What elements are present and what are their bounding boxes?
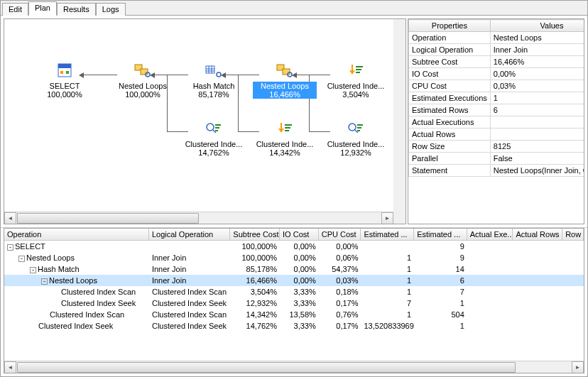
cell-cpu: 0,76%	[319, 310, 361, 319]
cell-est1: 7	[361, 299, 415, 307]
node-pct: 12,932%	[324, 148, 388, 157]
tab-plan[interactable]: Plan	[28, 1, 57, 16]
nested-loops-icon	[111, 60, 175, 80]
cell-io: 0,00%	[280, 276, 319, 285]
props-key: Parallel	[409, 153, 491, 165]
cell-est2: 1	[414, 299, 467, 307]
props-row[interactable]: ParallelFalse	[409, 153, 585, 165]
tab-results[interactable]: Results	[57, 3, 96, 16]
props-row[interactable]: Logical OperationInner Join	[409, 44, 585, 56]
props-header-key[interactable]: Properties	[409, 20, 491, 32]
svg-rect-30	[357, 127, 361, 129]
cell-operation: Clustered Index Seek	[4, 322, 149, 330]
col-act1[interactable]: Actual Exe...	[467, 229, 513, 240]
props-row[interactable]: OperationNested Loops	[409, 32, 585, 44]
cell-subtree: 100,000%	[230, 242, 280, 251]
props-value: 6	[490, 104, 584, 116]
grid-scrollbar-h[interactable]: ◄ ►	[4, 361, 584, 373]
tab-logs[interactable]: Logs	[96, 3, 126, 16]
props-row[interactable]: CPU Cost0,03%	[409, 80, 585, 92]
props-row[interactable]: Actual Rows	[409, 129, 585, 141]
col-operation[interactable]: Operation	[4, 229, 149, 240]
props-value: 0,03%	[490, 80, 584, 92]
props-row[interactable]: Actual Executions	[409, 116, 585, 129]
col-cpu[interactable]: CPU Cost	[319, 229, 361, 240]
scroll-left-icon[interactable]: ◄	[4, 212, 16, 224]
plan-node-select[interactable]: SELECT 100,000%	[33, 60, 97, 99]
col-row[interactable]: Row	[562, 229, 584, 240]
node-label: Clustered Inde...	[253, 140, 317, 148]
grid-row[interactable]: Clustered Index ScanClustered Index Scan…	[4, 286, 584, 297]
tree-toggle-icon[interactable]: -	[7, 244, 13, 251]
svg-rect-23	[215, 130, 218, 131]
props-row[interactable]: Row Size8125	[409, 141, 585, 153]
props-key: Actual Rows	[409, 129, 491, 141]
cell-logical: Inner Join	[149, 276, 230, 285]
plan-scrollbar-v[interactable]	[393, 19, 405, 212]
props-row[interactable]: Estimated Rows6	[409, 104, 585, 116]
grid-body[interactable]: -SELECT100,000%0,00%0,00%9-Nested LoopsI…	[4, 241, 584, 361]
plan-node-ciseek2[interactable]: Clustered Inde... 12,932%	[324, 119, 388, 157]
svg-rect-7	[206, 66, 214, 73]
cell-est1: 1	[361, 265, 415, 273]
props-row[interactable]: Subtree Cost16,466%	[409, 56, 585, 68]
plan-canvas[interactable]: SELECT 100,000% Nested Loops 100,000%	[4, 19, 405, 212]
props-row[interactable]: IO Cost0,00%	[409, 68, 585, 80]
plan-node-ciseek1[interactable]: Clustered Inde... 14,762%	[182, 119, 246, 157]
cell-op-label: Clustered Index Scan	[61, 288, 136, 296]
plan-node-ciscan1[interactable]: Clustered Inde... 3,504%	[324, 60, 388, 99]
grid-row[interactable]: -Hash MatchInner Join85,178%0,00%54,37%1…	[4, 263, 584, 275]
plan-node-nl1[interactable]: Nested Loops 100,000%	[111, 60, 175, 99]
tree-toggle-icon[interactable]: -	[41, 278, 48, 285]
col-subtree[interactable]: Subtree Cost	[230, 229, 280, 240]
props-row[interactable]: Estimated Executions1	[409, 92, 585, 104]
cell-io: 3,33%	[280, 322, 319, 330]
grid-row[interactable]: -Nested LoopsInner Join16,466%0,00%0,03%…	[4, 275, 584, 286]
props-key: Logical Operation	[409, 44, 491, 56]
tab-edit[interactable]: Edit	[2, 3, 28, 16]
node-pct: 100,000%	[33, 90, 97, 99]
tab-logs-label: Logs	[102, 5, 119, 13]
svg-rect-31	[357, 130, 360, 131]
plan-node-nl2[interactable]: Nested Loops 16,466%	[253, 60, 317, 99]
cell-cpu: 0,00%	[319, 242, 361, 251]
cell-operation: Clustered Index Scan	[4, 288, 149, 296]
scroll-right-icon[interactable]: ►	[572, 361, 584, 373]
scroll-track[interactable]	[17, 362, 571, 373]
col-io[interactable]: IO Cost	[280, 229, 319, 240]
col-act2[interactable]: Actual Rows	[513, 229, 562, 240]
tree-toggle-icon[interactable]: -	[30, 267, 36, 273]
scroll-track[interactable]	[17, 213, 381, 224]
node-label: SELECT	[33, 82, 97, 90]
cell-subtree: 100,000%	[230, 253, 280, 262]
grid-row[interactable]: -Nested LoopsInner Join100,000%0,00%0,06…	[4, 252, 584, 263]
svg-point-19	[207, 124, 214, 131]
scroll-right-icon[interactable]: ►	[381, 212, 393, 224]
scroll-thumb[interactable]	[17, 213, 199, 224]
tree-toggle-icon[interactable]: -	[18, 256, 25, 262]
grid-row[interactable]: Clustered Index SeekClustered Index Seek…	[4, 297, 584, 309]
plan-scrollbar-h[interactable]: ◄ ►	[4, 212, 393, 224]
grid-row[interactable]: Clustered Index SeekClustered Index Seek…	[4, 320, 584, 332]
nested-loops-icon	[253, 60, 317, 80]
scroll-left-icon[interactable]: ◄	[4, 361, 16, 373]
plan-node-hash[interactable]: Hash Match 85,178%	[182, 60, 246, 99]
svg-rect-22	[215, 127, 219, 129]
svg-rect-14	[283, 69, 290, 75]
grid-row[interactable]: -SELECT100,000%0,00%0,00%9	[4, 241, 584, 252]
plan-node-ciscan2[interactable]: Clustered Inde... 14,342%	[253, 119, 317, 157]
props-row[interactable]: StatementNested Loops(Inner Join, OUTER	[409, 165, 585, 177]
cell-operation: Clustered Index Seek	[4, 299, 149, 307]
scroll-thumb[interactable]	[17, 362, 516, 373]
col-logical[interactable]: Logical Operation	[149, 229, 230, 240]
col-est1[interactable]: Estimated ...	[361, 229, 414, 240]
col-est2[interactable]: Estimated ...	[414, 229, 467, 240]
grid-row[interactable]: Clustered Index ScanClustered Index Scan…	[4, 309, 584, 320]
node-label: Clustered Inde...	[324, 140, 388, 148]
props-header-val[interactable]: Values	[490, 20, 584, 32]
cell-est2: 7	[414, 288, 467, 296]
cell-cpu: 0,17%	[319, 299, 361, 307]
cell-logical: Clustered Index Seek	[149, 322, 230, 330]
props-key: Estimated Executions	[409, 92, 491, 104]
cell-logical: Clustered Index Scan	[149, 288, 230, 296]
